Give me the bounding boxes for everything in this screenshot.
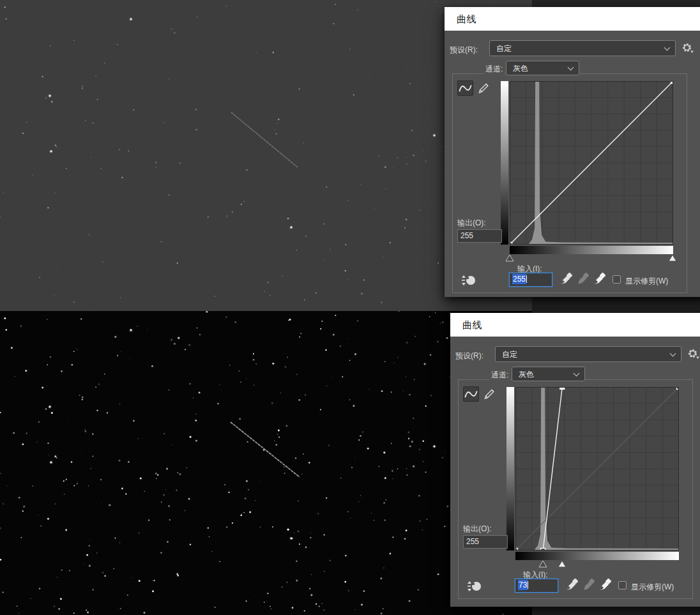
black-point-eyedropper-button[interactable] xyxy=(559,271,574,287)
preset-label: 预设(R): xyxy=(450,45,478,56)
chevron-down-icon xyxy=(670,350,676,356)
output-value: 255 xyxy=(460,231,473,240)
curve-edit-mode-button[interactable] xyxy=(457,80,473,96)
show-clipping-label: 显示修剪(W) xyxy=(631,582,674,593)
input-slider-row xyxy=(515,560,679,568)
channel-value: 灰色 xyxy=(513,63,528,73)
targeted-adjustment-button[interactable] xyxy=(466,579,482,593)
preset-label: 预设(R): xyxy=(455,351,483,361)
output-label: 输出(O): xyxy=(463,524,492,535)
white-point-eyedropper-button[interactable] xyxy=(598,577,612,593)
output-field[interactable]: 255 xyxy=(457,229,502,243)
channel-label: 通道: xyxy=(489,370,510,381)
pencil-mode-button[interactable] xyxy=(476,80,491,96)
gray-point-eyedropper-button[interactable] xyxy=(576,271,590,287)
output-field[interactable]: 255 xyxy=(463,535,508,549)
curves-dialog-after: 曲线 预设(R): 自定 通道: 灰色 xyxy=(450,313,700,607)
pencil-icon xyxy=(476,80,491,96)
black-point-slider[interactable] xyxy=(505,254,514,262)
white-point-slider[interactable] xyxy=(668,254,677,262)
channel-select[interactable]: 灰色 xyxy=(512,367,585,381)
targeted-adjustment-button[interactable] xyxy=(460,273,476,287)
curve-wave-icon xyxy=(458,81,473,95)
input-value: 255 xyxy=(512,274,526,284)
chevron-down-icon xyxy=(574,370,580,376)
output-value: 255 xyxy=(466,537,479,546)
white-point-slider[interactable] xyxy=(558,560,567,568)
output-gradient-bar xyxy=(501,81,508,245)
white-point-eyedropper-button[interactable] xyxy=(593,271,607,287)
input-value: 73 xyxy=(518,580,528,590)
curve-wave-icon xyxy=(464,387,478,401)
preset-options-gear-button[interactable] xyxy=(682,43,694,54)
curve-chart[interactable] xyxy=(510,81,673,245)
chevron-down-icon xyxy=(664,44,671,50)
input-gradient-bar xyxy=(515,552,679,560)
dialog-title: 曲线 xyxy=(462,313,482,337)
gray-point-eyedropper-button[interactable] xyxy=(582,577,596,593)
preset-select[interactable]: 自定 xyxy=(495,346,681,362)
input-field[interactable]: 255 xyxy=(509,273,552,287)
preset-options-gear-button[interactable] xyxy=(688,349,700,360)
hand-notch xyxy=(471,583,475,585)
channel-value: 灰色 xyxy=(519,368,534,379)
text-caret xyxy=(528,581,528,589)
preset-value: 自定 xyxy=(502,349,517,360)
show-clipping-checkbox[interactable] xyxy=(612,275,621,284)
channel-label: 通道: xyxy=(483,64,505,75)
output-gradient-bar xyxy=(506,387,514,550)
curve-edit-mode-button[interactable] xyxy=(463,386,479,402)
black-point-eyedropper-button[interactable] xyxy=(565,577,579,593)
pencil-mode-button[interactable] xyxy=(482,386,497,402)
dialog-title: 曲线 xyxy=(457,7,476,31)
preset-value: 自定 xyxy=(496,43,512,54)
show-clipping-label: 显示修剪(W) xyxy=(625,276,668,287)
black-point-slider[interactable] xyxy=(538,560,547,568)
chevron-down-icon xyxy=(568,64,574,70)
curves-dialog-before: 曲线 预设(R): 自定 通道: 灰色 xyxy=(445,7,700,297)
text-caret xyxy=(526,275,527,283)
photoshop-workspace: 曲线 预设(R): 自定 通道: 灰色 xyxy=(0,0,700,615)
show-clipping-checkbox[interactable] xyxy=(618,581,627,589)
dialog-titlebar[interactable]: 曲线 xyxy=(445,7,700,31)
input-field[interactable]: 73 xyxy=(515,579,558,593)
pencil-icon xyxy=(482,386,497,402)
curve-chart[interactable] xyxy=(515,387,679,550)
input-slider-row xyxy=(510,254,673,262)
output-label: 输出(O): xyxy=(457,218,486,229)
input-gradient-bar xyxy=(510,246,673,254)
dialog-titlebar[interactable]: 曲线 xyxy=(450,313,700,337)
channel-select[interactable]: 灰色 xyxy=(506,61,579,75)
hand-notch xyxy=(466,277,469,279)
preset-select[interactable]: 自定 xyxy=(489,40,676,56)
